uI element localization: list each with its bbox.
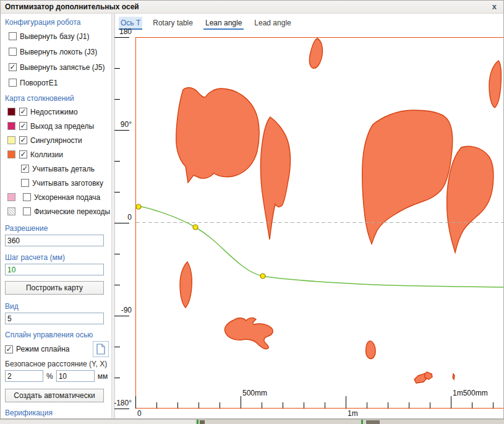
checkbox-row-flip-base[interactable]: Вывернуть базу (J1) (9, 28, 111, 44)
legend-label: Недостижимо (30, 108, 78, 116)
color-swatch (7, 108, 15, 116)
checkbox[interactable]: ✓ (19, 122, 27, 130)
checkbox[interactable]: ✓ (19, 136, 27, 144)
tab-rotary-table[interactable]: Rotary table (151, 17, 195, 30)
checkbox-label: Вывернуть локоть (J3) (20, 48, 97, 56)
checkbox[interactable] (23, 207, 31, 215)
checkbox[interactable] (21, 179, 29, 187)
create-auto-button[interactable]: Создать автоматически (5, 389, 104, 402)
safe-distance-mm-input[interactable] (56, 370, 95, 382)
spline-control-point[interactable] (193, 225, 198, 230)
x-axis-tick (304, 402, 304, 409)
y-axis-label: -180° (113, 399, 132, 407)
y-axis-tick (114, 285, 120, 285)
y-axis-label: 0 (113, 213, 132, 222)
section-header-robot-config: Конфигурация робота (5, 18, 111, 27)
label-resolution: Разрешение (5, 224, 111, 233)
y-axis-tick (114, 68, 120, 69)
resolution-input[interactable] (5, 235, 104, 246)
tab-lean-angle[interactable]: Lean angle (203, 17, 244, 30)
y-axis-label: -90 (113, 306, 132, 314)
x-axis-tick (241, 396, 241, 409)
legend-label: Учитывать заготовку (32, 179, 103, 188)
x-axis-tick (199, 402, 199, 409)
legend-label: Сингулярности (30, 136, 82, 145)
y-axis-tick (114, 99, 120, 100)
legend-row-out-of-limits[interactable]: ✓ Выход за пределы (7, 119, 111, 133)
checkbox-label: Режим сплайна (16, 345, 70, 353)
pattern-swatch (7, 207, 15, 215)
document-icon (96, 344, 105, 355)
checkbox[interactable]: ✓ (21, 165, 29, 173)
x-axis-tick (220, 402, 220, 409)
tab-lead-angle[interactable]: Lead angle (252, 17, 293, 30)
checkbox-row-rotate-e1[interactable]: ПоворотЕ1 (9, 75, 111, 90)
percent-unit-label: % (46, 372, 53, 381)
checkbox[interactable]: ✓ (5, 345, 13, 353)
legend-row-rapid-feed[interactable]: Ускоренная подача (7, 190, 111, 204)
checkbox-row-spline-mode[interactable]: ✓ Режим сплайна (5, 342, 70, 357)
color-swatch (7, 150, 15, 158)
x-axis-tick (388, 402, 388, 409)
y-axis-tick (114, 130, 129, 131)
checkbox[interactable]: ✓ (9, 63, 17, 71)
legend-row-physical-transitions[interactable]: Физические переходы (7, 204, 111, 218)
legend-row-consider-workpiece[interactable]: Учитывать заготовку (21, 176, 111, 190)
chart-tab-bar: Ось T Rotary table Lean angle Lead angle (115, 14, 504, 30)
x-axis-label: 1m500mm (453, 389, 488, 397)
collision-region-12 (453, 374, 455, 379)
color-swatch (7, 136, 15, 144)
collision-map-plot[interactable] (135, 37, 504, 409)
view-input[interactable] (5, 313, 104, 324)
checkbox-row-flip-wrist[interactable]: ✓ Вывернуть запястье (J5) (9, 59, 111, 75)
legend-row-singularities[interactable]: ✓ Сингулярности (7, 133, 111, 147)
background-strip-segment (0, 420, 195, 424)
safe-distance-percent-input[interactable] (5, 370, 43, 382)
checkbox-row-flip-elbow[interactable]: Вывернуть локоть (J3) (9, 44, 111, 59)
x-axis-tick (283, 402, 283, 409)
x-axis-tick (262, 402, 262, 409)
y-axis-tick (114, 254, 120, 254)
checkbox[interactable] (23, 193, 31, 201)
spline-control-point[interactable] (260, 274, 265, 279)
checkbox[interactable] (9, 79, 17, 87)
y-axis-tick (114, 192, 120, 193)
legend-label: Учитывать деталь (32, 165, 95, 173)
new-spline-button[interactable] (93, 341, 109, 357)
y-axis-tick (114, 37, 129, 38)
checkbox[interactable]: ✓ (19, 150, 27, 158)
label-safe-distance: Безопасное расстояние (Y, X) (5, 360, 111, 368)
legend-label: Ускоренная подача (34, 193, 100, 202)
y-axis-tick (114, 223, 129, 223)
color-swatch (7, 122, 15, 130)
y-axis-label: 180 (113, 27, 132, 36)
section-header-spline: Сплайн управления осью (5, 331, 111, 339)
x-axis-tick (409, 402, 409, 409)
close-icon[interactable]: x (490, 2, 499, 11)
y-axis-tick (114, 409, 129, 409)
x-axis-tick (156, 402, 157, 409)
background-strip-mark (361, 420, 363, 424)
x-axis-tick (472, 402, 472, 409)
x-axis-label: 500mm (242, 389, 267, 397)
mm-unit-label: мм (98, 372, 108, 381)
dialog-title: Оптимизатор дополнительных осей (5, 2, 490, 11)
checkbox[interactable] (9, 32, 17, 40)
axis-optimizer-dialog: Оптимизатор дополнительных осей x Конфиг… (0, 0, 504, 424)
spline-control-point[interactable] (136, 204, 141, 209)
legend-label: Физические переходы (34, 207, 110, 216)
checkbox[interactable] (9, 48, 17, 56)
background-strip-mark (200, 420, 205, 424)
step-input[interactable] (5, 264, 104, 275)
build-map-button[interactable]: Построить карту (5, 281, 104, 295)
settings-sidebar: Конфигурация робота Вывернуть базу (J1) … (0, 14, 111, 418)
x-axis-tick (451, 396, 451, 409)
y-axis-tick (114, 347, 120, 347)
legend-label: Коллизии (30, 150, 63, 159)
checkbox[interactable]: ✓ (19, 108, 27, 116)
label-view: Вид (5, 302, 111, 311)
legend-row-unreachable[interactable]: ✓ Недостижимо (7, 105, 111, 119)
legend-row-consider-part[interactable]: ✓ Учитывать деталь (21, 162, 111, 176)
legend-row-collisions[interactable]: ✓ Коллизии (7, 147, 111, 162)
x-axis-tick (177, 402, 178, 409)
